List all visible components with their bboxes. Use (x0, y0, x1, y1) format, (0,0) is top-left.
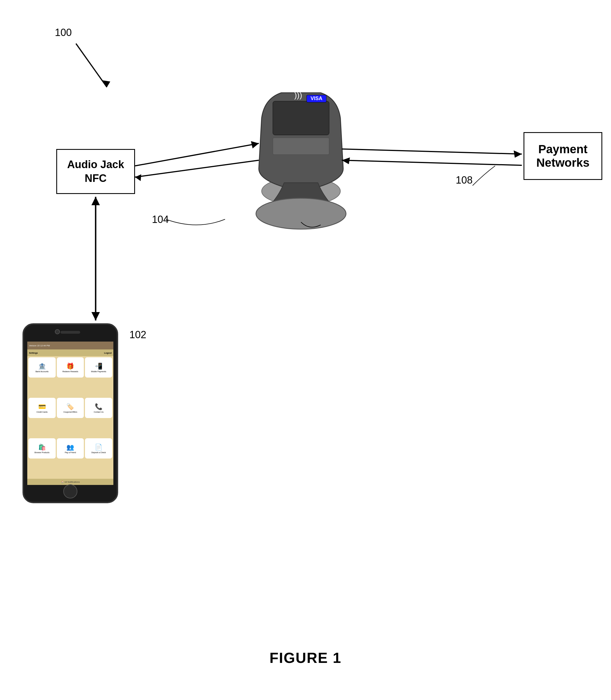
app-label-browse: Browse Products (34, 452, 49, 454)
screen-bottom-bar: 🏠 18 Notifications (27, 479, 113, 485)
pay-friend-icon: 👥 (66, 444, 74, 451)
screen-carrier: Verizon 15 12:44 PM (29, 345, 50, 347)
svg-marker-19 (91, 312, 100, 320)
figure-title: FIGURE 1 (269, 650, 342, 666)
app-label-pay-friend: Pay a Friend (65, 452, 76, 454)
app-label-coupons: Coupons/Offers (63, 411, 77, 413)
svg-text:VISA: VISA (311, 95, 323, 101)
app-icon-bank-accounts[interactable]: 🏦 Bank Accounts (28, 357, 56, 378)
mobile-pay-icon: 📲 (95, 363, 102, 370)
screen-logout-btn[interactable]: Logout (104, 352, 112, 354)
screen-status-bar: Verizon 15 12:44 PM (27, 341, 113, 349)
svg-rect-4 (273, 138, 329, 155)
svg-rect-3 (273, 101, 329, 135)
credit-card-icon: 💳 (38, 403, 46, 410)
ref-108-label: 108 (456, 174, 473, 186)
payment-networks-line2: Networks (536, 156, 589, 169)
svg-point-8 (256, 198, 346, 229)
app-icon-redeem-rewards[interactable]: 🎁 Redeem Rewards (57, 357, 84, 378)
app-label-mobile: Mobile Payments (91, 370, 106, 372)
svg-marker-12 (135, 174, 141, 181)
app-icon-deposit[interactable]: 📄 Deposit a Check (85, 438, 112, 458)
svg-line-13 (342, 149, 522, 154)
app-icon-contact[interactable]: 📞 Contact Us (85, 398, 112, 418)
svg-rect-6 (307, 95, 326, 102)
smartphone-speaker (60, 331, 80, 334)
payment-networks-line1: Payment (536, 142, 589, 156)
app-icon-coupons[interactable]: 🏷️ Coupons/Offers (57, 398, 84, 418)
svg-line-0 (76, 44, 107, 87)
app-icon-mobile-payments[interactable]: 📲 Mobile Payments (85, 357, 112, 378)
smartphone-device: Verizon 15 12:44 PM Settings Logout 🏦 Ba… (23, 323, 118, 503)
svg-line-9 (135, 143, 259, 166)
ref-106-label: 106 (315, 214, 332, 226)
ref-102-label: 102 (130, 329, 146, 341)
ref-104-label: 104 (152, 214, 169, 226)
smartphone-camera (55, 329, 60, 334)
svg-line-15 (342, 160, 522, 165)
bank-icon: 🏦 (38, 363, 46, 370)
svg-marker-10 (251, 141, 259, 149)
audio-jack-line2: NFC (67, 171, 124, 185)
svg-marker-16 (342, 157, 350, 164)
screen-app-grid: 🏦 Bank Accounts 🎁 Redeem Rewards 📲 Mobil… (27, 356, 113, 479)
app-label-rewards: Redeem Rewards (62, 370, 78, 372)
svg-point-2 (262, 177, 340, 205)
svg-marker-14 (514, 150, 522, 158)
deposit-icon: 📄 (95, 444, 102, 451)
smartphone-screen: Verizon 15 12:44 PM Settings Logout 🏦 Ba… (27, 341, 113, 485)
ref-100-label: 100 (55, 27, 72, 39)
svg-line-11 (135, 160, 259, 177)
screen-title-bar: Settings Logout (27, 349, 113, 356)
app-label-contact: Contact Us (94, 411, 104, 413)
browse-icon: 🛍️ (38, 444, 46, 451)
app-icon-pay-friend[interactable]: 👥 Pay a Friend (57, 438, 84, 458)
app-label-credit: Credit Cards (36, 411, 47, 413)
contact-icon: 📞 (95, 403, 102, 410)
diagram-container: 100 Audio Jack NFC Payment Networks 102 … (0, 0, 611, 700)
svg-marker-18 (91, 197, 100, 205)
app-label-deposit: Deposit a Check (91, 452, 106, 454)
gift-icon: 🎁 (66, 363, 74, 370)
screen-settings-btn[interactable]: Settings (29, 352, 38, 354)
svg-marker-1 (101, 80, 110, 87)
svg-text:))): ))) (294, 91, 302, 100)
app-label-bank: Bank Accounts (35, 370, 48, 372)
coupon-icon: 🏷️ (66, 403, 74, 410)
app-icon-credit-cards[interactable]: 💳 Credit Cards (28, 398, 56, 418)
audio-jack-line1: Audio Jack (67, 158, 124, 171)
audio-jack-nfc-box: Audio Jack NFC (56, 149, 135, 194)
payment-networks-box: Payment Networks (523, 132, 602, 180)
app-icon-browse[interactable]: 🛍️ Browse Products (28, 438, 56, 458)
smartphone-home-button[interactable] (63, 484, 77, 499)
notification-text: 🏠 18 Notifications (61, 481, 80, 483)
